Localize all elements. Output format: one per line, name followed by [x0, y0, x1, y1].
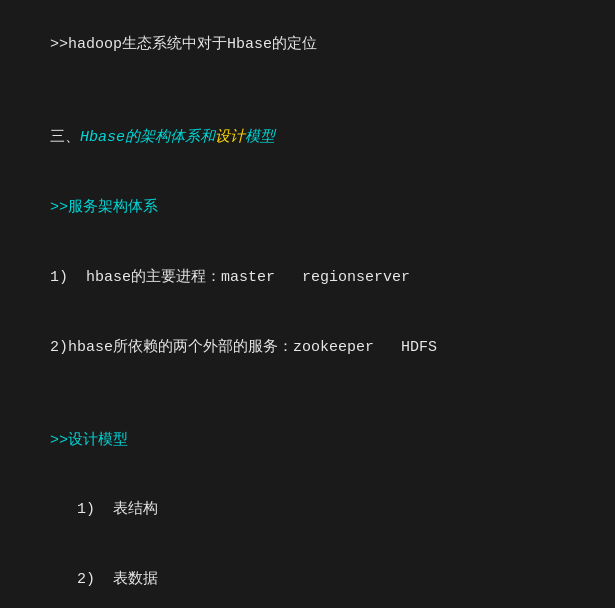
line-5: 2)hbase所依赖的两个外部的服务：zookeeper HDFS	[14, 312, 601, 382]
line-7-text: 1) 表结构	[50, 501, 158, 518]
line-1: >>hadoop生态系统中对于Hbase的定位	[14, 10, 601, 80]
line-6-text: >>设计模型	[50, 432, 128, 449]
line-6: >>设计模型	[14, 405, 601, 475]
line-3: >>服务架构体系	[14, 173, 601, 243]
line-1-text: >>hadoop生态系统中对于Hbase的定位	[50, 36, 317, 53]
line-4: 1) hbase的主要进程：master regionserver	[14, 243, 601, 313]
empty-line-1	[14, 80, 601, 103]
line-4-text: 1) hbase的主要进程：master regionserver	[50, 269, 410, 286]
line-8-text: 2) 表数据	[50, 571, 158, 588]
line-2-model: 模型	[245, 129, 275, 146]
line-2: 三、Hbase的架构体系和设计模型	[14, 103, 601, 173]
terminal-window: >>hadoop生态系统中对于Hbase的定位 三、Hbase的架构体系和设计模…	[0, 0, 615, 608]
line-2-prefix: 三、	[50, 129, 80, 146]
line-8: 2) 表数据	[14, 545, 601, 608]
line-7: 1) 表结构	[14, 475, 601, 545]
line-2-hbase: Hbase的架构体系和	[80, 129, 215, 146]
line-5-text: 2)hbase所依赖的两个外部的服务：zookeeper HDFS	[50, 339, 437, 356]
line-3-text: >>服务架构体系	[50, 199, 158, 216]
empty-line-2	[14, 382, 601, 405]
line-2-design: 设计	[215, 129, 245, 146]
